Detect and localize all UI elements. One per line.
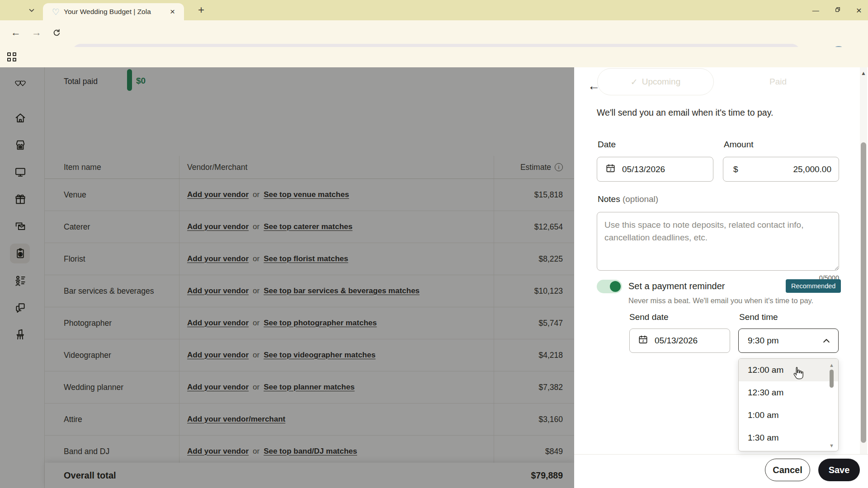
browser-back-button[interactable]: ← — [11, 27, 21, 38]
send-time-value: 9:30 pm — [748, 336, 779, 346]
send-time-select[interactable]: 9:30 pm — [738, 328, 839, 353]
notes-label: Notes (optional) — [598, 194, 658, 204]
send-date-label: Send date — [629, 312, 669, 322]
time-option[interactable]: 1:00 am — [739, 404, 838, 427]
panel-scroll-up-icon[interactable]: ▲ — [861, 70, 866, 76]
send-date-value: 05/13/2026 — [655, 336, 698, 346]
browser-toolbar: ← → zola.com/wedding/manage/budget/item/… — [0, 20, 868, 47]
send-time-label: Send time — [739, 312, 778, 322]
tab-close-icon[interactable]: × — [166, 7, 179, 17]
toggle-knob — [610, 281, 621, 292]
window-close-button[interactable]: × — [856, 5, 862, 16]
time-dropdown: 12:00 am 12:30 am 1:00 am 1:30 am ▲ ▼ — [738, 358, 839, 451]
window-restore-button[interactable] — [835, 6, 841, 14]
tab-favicon-heart-icon: ♡ — [52, 7, 60, 17]
date-field[interactable]: 2 05/13/2026 — [597, 157, 713, 182]
time-option[interactable]: 1:30 am — [739, 427, 838, 449]
calendar-icon: 2 — [605, 163, 616, 176]
time-option[interactable]: 12:30 am — [739, 381, 838, 404]
panel-footer: Cancel Save — [574, 454, 868, 488]
time-option[interactable]: 12:00 am — [739, 359, 838, 381]
date-value: 05/13/2026 — [622, 164, 665, 174]
save-button[interactable]: Save — [818, 459, 860, 481]
tab-title: Your Wedding Budget | Zola — [64, 8, 166, 16]
date-label: Date — [598, 140, 616, 150]
dropdown-scrollbar-thumb[interactable] — [830, 370, 834, 388]
window-controls: — × — [812, 0, 862, 20]
calendar-icon: 2 — [638, 334, 648, 347]
send-date-field[interactable]: 2 05/13/2026 — [629, 328, 730, 353]
payment-reminder-toggle[interactable] — [597, 280, 622, 293]
browser-tab[interactable]: ♡ Your Wedding Budget | Zola × — [43, 3, 184, 20]
mouse-cursor-hand — [792, 366, 806, 381]
svg-text:2: 2 — [642, 339, 644, 343]
dropdown-scroll-down-icon[interactable]: ▼ — [829, 443, 834, 448]
tab-paid[interactable]: Paid — [760, 68, 796, 95]
chevron-up-icon — [822, 337, 831, 348]
window-minimize-button[interactable]: — — [812, 6, 819, 14]
svg-text:2: 2 — [610, 168, 612, 171]
payment-panel: ← ✓ Upcoming Paid We'll send you an emai… — [574, 67, 868, 488]
notes-optional-label: (optional) — [623, 194, 658, 204]
modal-dim-overlay — [0, 67, 574, 488]
currency-prefix: $ — [733, 164, 738, 174]
browser-forward-button[interactable]: → — [32, 27, 42, 38]
reminder-label: Set a payment reminder — [628, 281, 725, 291]
apps-grid-icon[interactable] — [7, 52, 17, 62]
browser-reload-button[interactable] — [52, 28, 61, 40]
bookmarks-bar — [0, 47, 868, 67]
email-note: We'll send you an email when it's time t… — [597, 108, 773, 118]
tab-search-chevron-icon[interactable] — [28, 7, 35, 14]
reminder-description: Never miss a beat. We'll email you when … — [628, 296, 813, 305]
panel-scrollbar-thumb[interactable] — [861, 142, 866, 443]
amount-field[interactable]: $ 25,000.00 — [723, 157, 839, 182]
dropdown-scroll-up-icon[interactable]: ▲ — [829, 362, 834, 368]
amount-label: Amount — [724, 140, 753, 150]
tab-upcoming[interactable]: ✓ Upcoming — [597, 68, 714, 95]
notes-textarea[interactable] — [597, 212, 839, 271]
amount-value: 25,000.00 — [793, 164, 831, 174]
recommended-badge: Recommended — [786, 279, 841, 293]
screen: ♡ Your Wedding Budget | Zola × + — × ← →… — [0, 0, 868, 488]
browser-tab-strip: ♡ Your Wedding Budget | Zola × + — × — [0, 0, 868, 20]
check-icon: ✓ — [631, 77, 638, 87]
cancel-button[interactable]: Cancel — [765, 459, 810, 481]
new-tab-button[interactable]: + — [198, 4, 204, 16]
